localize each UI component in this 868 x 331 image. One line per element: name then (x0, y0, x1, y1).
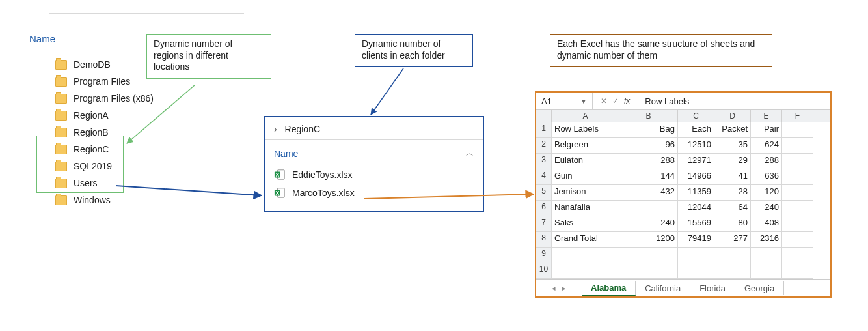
col-header-B[interactable]: B (619, 110, 678, 122)
cell-packet[interactable]: 28 (714, 185, 751, 201)
row-header[interactable]: 6 (536, 201, 552, 216)
sort-caret-icon[interactable]: ︿ (466, 148, 474, 159)
header-cell[interactable]: Bag (619, 122, 678, 138)
cell-each[interactable]: 12971 (678, 154, 714, 169)
total-bag[interactable]: 1200 (619, 232, 678, 248)
col-header-E[interactable]: E (751, 110, 782, 122)
cell-pair[interactable]: 624 (751, 138, 782, 154)
file-item[interactable]: MarcoToys.xlsx (274, 184, 476, 202)
header-cell[interactable] (782, 122, 813, 138)
cell-bag[interactable] (619, 201, 678, 216)
column-header-name[interactable]: Name (274, 149, 298, 159)
header-cell[interactable]: Pair (751, 122, 782, 138)
row-label[interactable]: Belgreen (552, 138, 619, 154)
cell-bag[interactable]: 432 (619, 185, 678, 201)
cell-bag[interactable]: 144 (619, 169, 678, 185)
cell-empty[interactable] (552, 263, 619, 279)
cell-bag[interactable]: 288 (619, 154, 678, 169)
row-label[interactable]: Jemison (552, 185, 619, 201)
folder-item[interactable]: Program Files (55, 73, 251, 90)
cell-pair[interactable]: 120 (751, 185, 782, 201)
sheet-tab[interactable]: Georgia (735, 281, 784, 295)
name-box[interactable]: A1 ▼ (536, 93, 593, 109)
cell-empty[interactable] (782, 263, 813, 279)
tab-next-icon[interactable]: ▸ (562, 284, 566, 293)
cell-each[interactable]: 12510 (678, 138, 714, 154)
row-header[interactable]: 7 (536, 216, 552, 232)
cell-empty[interactable] (782, 248, 813, 263)
col-header-F[interactable]: F (782, 110, 813, 122)
select-all-corner[interactable] (536, 110, 552, 122)
row-header[interactable]: 4 (536, 169, 552, 185)
cell-empty[interactable] (782, 154, 813, 169)
total-each[interactable]: 79419 (678, 232, 714, 248)
breadcrumb[interactable]: › RegionC (265, 117, 483, 139)
row-header[interactable]: 5 (536, 185, 552, 201)
header-cell[interactable]: Each (678, 122, 714, 138)
total-pair[interactable]: 2316 (751, 232, 782, 248)
spreadsheet-grid[interactable]: 1Row LabelsBagEachPacketPair2Belgreen961… (536, 122, 830, 279)
col-header-C[interactable]: C (678, 110, 714, 122)
cell-empty[interactable] (751, 263, 782, 279)
cell-each[interactable]: 11359 (678, 185, 714, 201)
cell-bag[interactable]: 96 (619, 138, 678, 154)
row-header[interactable]: 9 (536, 248, 552, 263)
cell-empty[interactable] (678, 248, 714, 263)
cell-each[interactable]: 12044 (678, 201, 714, 216)
row-header[interactable]: 10 (536, 263, 552, 279)
row-header[interactable]: 8 (536, 232, 552, 248)
cell-empty[interactable] (782, 169, 813, 185)
fx-icon[interactable]: fx (624, 96, 630, 106)
cell-empty[interactable] (714, 248, 751, 263)
sheet-tab[interactable]: California (636, 281, 690, 295)
col-header-D[interactable]: D (714, 110, 751, 122)
folder-item[interactable]: SQL2019 (55, 158, 251, 175)
folder-item[interactable]: Windows (55, 192, 251, 209)
formula-value[interactable]: Row Labels (638, 96, 696, 106)
folder-item[interactable]: Program Files (x86) (55, 90, 251, 107)
cell-empty[interactable] (751, 248, 782, 263)
row-label[interactable]: Guin (552, 169, 619, 185)
tab-prev-icon[interactable]: ◂ (552, 284, 556, 293)
row-header[interactable]: 1 (536, 122, 552, 138)
cell-packet[interactable]: 41 (714, 169, 751, 185)
cell-packet[interactable]: 80 (714, 216, 751, 232)
folder-item[interactable]: DemoDB (55, 56, 251, 73)
row-label[interactable]: Eulaton (552, 154, 619, 169)
folder-item[interactable]: RegionA (55, 107, 251, 124)
header-cell[interactable]: Row Labels (552, 122, 619, 138)
accept-icon[interactable]: ✓ (612, 96, 619, 106)
row-label[interactable]: Nanafalia (552, 201, 619, 216)
sheet-tab[interactable]: Florida (690, 281, 735, 295)
column-header-name[interactable]: Name (29, 33, 251, 44)
header-cell[interactable]: Packet (714, 122, 751, 138)
total-label[interactable]: Grand Total (552, 232, 619, 248)
cell-empty[interactable] (714, 263, 751, 279)
cell-pair[interactable]: 636 (751, 169, 782, 185)
cancel-icon[interactable]: ✕ (601, 96, 607, 106)
cell-empty[interactable] (782, 232, 813, 248)
folder-item[interactable]: RegionC (55, 141, 251, 158)
cell-empty[interactable] (782, 201, 813, 216)
cell-packet[interactable]: 29 (714, 154, 751, 169)
total-packet[interactable]: 277 (714, 232, 751, 248)
cell-bag[interactable]: 240 (619, 216, 678, 232)
cell-pair[interactable]: 240 (751, 201, 782, 216)
cell-empty[interactable] (782, 185, 813, 201)
name-box-dropdown-icon[interactable]: ▼ (580, 98, 587, 105)
tab-nav[interactable]: ◂ ▸ (536, 284, 582, 293)
cell-packet[interactable]: 35 (714, 138, 751, 154)
cell-pair[interactable]: 408 (751, 216, 782, 232)
file-item[interactable]: EddieToys.xlsx (274, 166, 476, 184)
cell-empty[interactable] (619, 248, 678, 263)
cell-each[interactable]: 14966 (678, 169, 714, 185)
cell-empty[interactable] (552, 248, 619, 263)
cell-pair[interactable]: 288 (751, 154, 782, 169)
sheet-tab[interactable]: Alabama (582, 281, 636, 296)
cell-empty[interactable] (619, 263, 678, 279)
cell-empty[interactable] (782, 216, 813, 232)
row-header[interactable]: 3 (536, 154, 552, 169)
cell-empty[interactable] (678, 263, 714, 279)
cell-each[interactable]: 15569 (678, 216, 714, 232)
row-header[interactable]: 2 (536, 138, 552, 154)
